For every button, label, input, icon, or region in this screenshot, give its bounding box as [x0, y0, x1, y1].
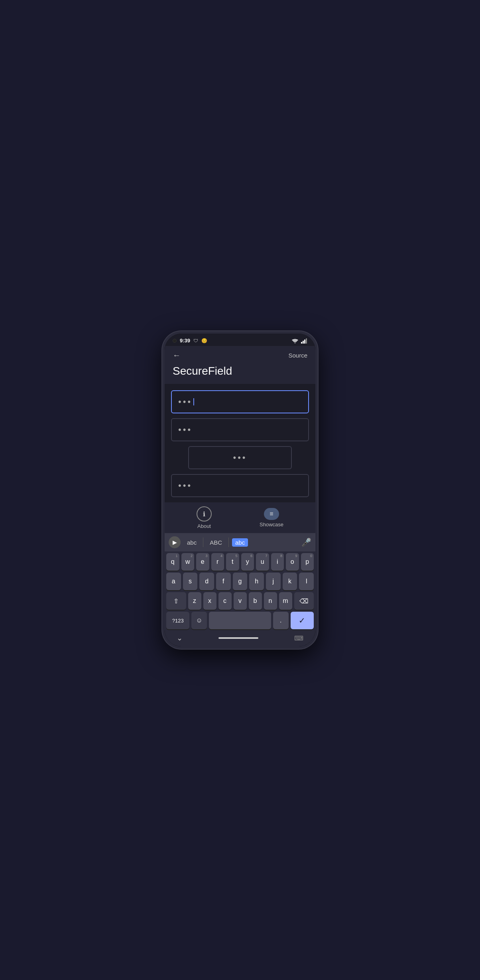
wifi-icon	[291, 338, 299, 344]
status-bar: 9:39 🛡 😊	[165, 334, 315, 346]
status-time: 9:39	[180, 338, 190, 344]
key-g[interactable]: g	[233, 573, 248, 590]
expand-icon: ▶	[173, 539, 177, 545]
key-h[interactable]: h	[249, 573, 264, 590]
key-x[interactable]: x	[203, 592, 216, 610]
key-u[interactable]: u7	[256, 553, 269, 571]
field1-dots: •••	[178, 397, 192, 407]
phone-inner: 9:39 🛡 😊 ← So	[165, 334, 315, 646]
about-label: About	[197, 523, 211, 529]
key-emoji[interactable]: ☺	[191, 612, 207, 629]
key-z[interactable]: z	[188, 592, 201, 610]
key-l[interactable]: l	[299, 573, 314, 590]
source-button[interactable]: Source	[288, 352, 307, 359]
key-backspace[interactable]: ⌫	[294, 592, 314, 610]
cursor	[193, 398, 194, 405]
back-button[interactable]: ←	[173, 351, 181, 360]
nav-strip: ⌄ ⌨	[165, 631, 315, 646]
key-row-4: ?123 ☺ . ✓	[166, 612, 314, 629]
svg-rect-1	[303, 341, 304, 344]
mode-ABC[interactable]: ABC	[207, 539, 225, 546]
svg-rect-3	[306, 338, 307, 344]
expand-button[interactable]: ▶	[169, 536, 181, 548]
svg-rect-0	[301, 342, 302, 344]
about-icon: ℹ	[197, 506, 212, 522]
status-right	[291, 338, 307, 344]
nav-down-button[interactable]: ⌄	[177, 634, 183, 642]
key-s[interactable]: s	[183, 573, 198, 590]
key-row-1: q1 w2 e3 r4 t5 y6 u7 i8 o9 p0	[166, 553, 314, 571]
status-left: 9:39 🛡 😊	[173, 338, 207, 344]
key-e[interactable]: e3	[196, 553, 209, 571]
tab-about[interactable]: ℹ About	[197, 506, 212, 529]
key-o[interactable]: o9	[286, 553, 299, 571]
mode-abc[interactable]: abc	[184, 539, 200, 546]
keyboard-toolbar: ▶ abc ABC abc 🎤	[165, 533, 315, 551]
key-num-sym[interactable]: ?123	[166, 612, 189, 629]
key-period[interactable]: .	[273, 612, 289, 629]
content-area: ••• ••• ••• •••	[165, 384, 315, 502]
key-d[interactable]: d	[199, 573, 214, 590]
app-header: ← Source SecureField	[165, 346, 315, 384]
home-pill[interactable]	[218, 637, 258, 639]
key-p[interactable]: p0	[301, 553, 314, 571]
key-m[interactable]: m	[279, 592, 292, 610]
tab-bar: ℹ About ≡ Showcase	[165, 502, 315, 533]
key-space[interactable]	[209, 612, 271, 629]
showcase-label: Showcase	[260, 522, 283, 528]
shield-icon: 🛡	[193, 338, 198, 344]
header-top: ← Source	[173, 351, 307, 360]
key-a[interactable]: a	[166, 573, 181, 590]
key-k[interactable]: k	[283, 573, 297, 590]
key-n[interactable]: n	[264, 592, 277, 610]
field3-dots: •••	[233, 452, 247, 463]
key-i[interactable]: i8	[271, 553, 284, 571]
signal-icon	[301, 338, 307, 344]
separator2	[228, 537, 229, 547]
keyboard-toggle-icon[interactable]: ⌨	[294, 634, 303, 642]
mic-icon[interactable]: 🎤	[301, 537, 311, 547]
key-w[interactable]: w2	[181, 553, 195, 571]
key-j[interactable]: j	[266, 573, 281, 590]
key-rows: q1 w2 e3 r4 t5 y6 u7 i8 o9 p0 a s d f	[165, 551, 315, 629]
key-c[interactable]: c	[218, 592, 232, 610]
key-r[interactable]: r4	[211, 553, 224, 571]
face-icon: 😊	[201, 338, 207, 344]
secure-field-1[interactable]: •••	[171, 390, 309, 413]
field2-dots: •••	[178, 425, 192, 435]
showcase-icon: ≡	[264, 508, 279, 520]
separator1	[203, 537, 203, 547]
tab-showcase[interactable]: ≡ Showcase	[260, 508, 283, 528]
keyboard: ▶ abc ABC abc 🎤 q1 w2 e3 r4 t5 y6	[165, 533, 315, 646]
key-row-2: a s d f g h j k l	[166, 573, 314, 590]
svg-rect-2	[304, 340, 305, 344]
mode-abc-hl[interactable]: abc	[232, 538, 248, 547]
camera-dot	[173, 339, 177, 343]
key-b[interactable]: b	[249, 592, 262, 610]
phone-frame: 9:39 🛡 😊 ← So	[162, 331, 318, 649]
page-title: SecureField	[173, 365, 307, 377]
key-row-3: ⇧ z x c v b n m ⌫	[166, 592, 314, 610]
secure-field-3[interactable]: •••	[188, 446, 292, 469]
key-enter[interactable]: ✓	[291, 612, 314, 629]
key-t[interactable]: t5	[226, 553, 239, 571]
key-v[interactable]: v	[234, 592, 247, 610]
key-q[interactable]: q1	[166, 553, 179, 571]
key-f[interactable]: f	[216, 573, 231, 590]
key-shift[interactable]: ⇧	[166, 592, 186, 610]
key-y[interactable]: y6	[241, 553, 254, 571]
field4-dots: •••	[178, 480, 192, 491]
secure-field-2[interactable]: •••	[171, 418, 309, 441]
secure-field-4[interactable]: •••	[171, 474, 309, 497]
